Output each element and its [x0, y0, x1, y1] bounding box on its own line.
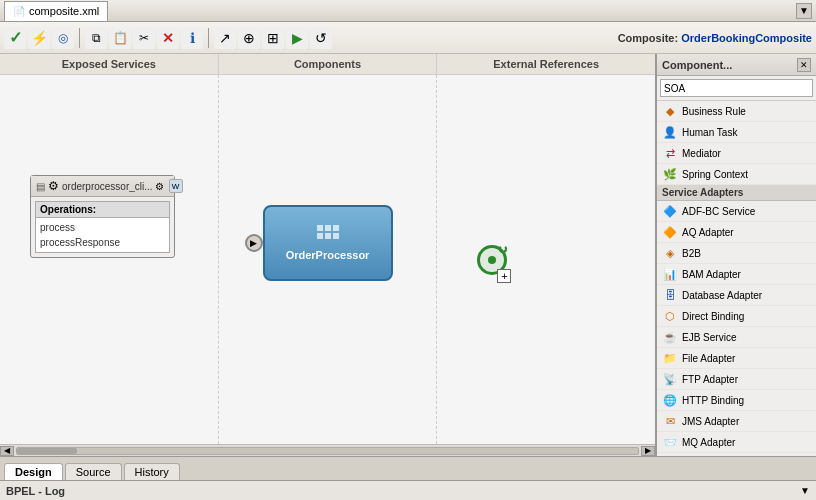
composite-label: Composite: OrderBookingComposite: [618, 32, 812, 44]
ejb-service-icon: ☕: [662, 329, 678, 345]
grid-button[interactable]: ⊞: [262, 27, 284, 49]
palette-item-label: HTTP Binding: [682, 395, 744, 406]
canvas-scrollbar[interactable]: ◀ ▶: [0, 444, 655, 456]
aq-adapter-icon: 🔶: [662, 224, 678, 240]
title-dropdown[interactable]: ▼: [796, 3, 812, 19]
palette-search-input[interactable]: [660, 79, 813, 97]
palette-item-mq-adapter[interactable]: 📨 MQ Adapter: [657, 432, 816, 453]
operations-box: Operations: process processResponse: [35, 201, 170, 253]
bpel-log-bar: BPEL - Log ▼: [0, 480, 816, 500]
palette-item-label: B2B: [682, 248, 701, 259]
order-processor-wrapper: ▶ OrderProcessor: [263, 205, 393, 281]
connector-spinner: [499, 245, 507, 253]
palette-item-oracle-applications[interactable]: O Oracle Applications: [657, 453, 816, 456]
palette-item-label: AQ Adapter: [682, 227, 734, 238]
exposed-services-header: Exposed Services: [0, 54, 219, 74]
palette-search-box: [657, 76, 816, 101]
bam-adapter-icon: 📊: [662, 266, 678, 282]
exposed-service-header: ▤ ⚙ orderprocessor_cli... ⚙ W: [31, 176, 174, 197]
external-references-panel: +: [437, 75, 655, 444]
service-adapters-header: Service Adapters: [657, 185, 816, 201]
palette-close-btn[interactable]: ✕: [797, 58, 811, 72]
operation-process: process: [40, 220, 165, 235]
external-references-header: External References: [437, 54, 655, 74]
spring-context-icon: 🌿: [662, 166, 678, 182]
exposed-service-icons: ⚙ W: [153, 179, 183, 193]
palette-item-label: FTP Adapter: [682, 374, 738, 385]
toolbar: ✓ ⚡ ◎ ⧉ 📋 ✂ ✕ ℹ ↗ ⊕ ⊞ ▶ ↺ Composite: Ord…: [0, 22, 816, 54]
palette-item-spring-context[interactable]: 🌿 Spring Context: [657, 164, 816, 185]
component-palette: Component... ✕ ◆ Business Rule 👤 Human T…: [656, 54, 816, 456]
wsdl-icon[interactable]: W: [169, 179, 183, 193]
processor-icon-grid: [317, 225, 339, 239]
refresh-button[interactable]: ↺: [310, 27, 332, 49]
deploy-button[interactable]: ▶: [286, 27, 308, 49]
jms-adapter-icon: ✉: [662, 413, 678, 429]
database-adapter-icon: 🗄: [662, 287, 678, 303]
mq-adapter-icon: 📨: [662, 434, 678, 450]
palette-item-ejb-service[interactable]: ☕ EJB Service: [657, 327, 816, 348]
palette-item-label: MQ Adapter: [682, 437, 735, 448]
business-rule-icon: ◆: [662, 103, 678, 119]
palette-item-file-adapter[interactable]: 📁 File Adapter: [657, 348, 816, 369]
external-connector[interactable]: +: [477, 245, 507, 275]
direct-binding-icon: ⬡: [662, 308, 678, 324]
operations-list: process processResponse: [36, 218, 169, 252]
http-binding-icon: 🌐: [662, 392, 678, 408]
cut-button[interactable]: ✂: [133, 27, 155, 49]
palette-item-label: Business Rule: [682, 106, 746, 117]
components-panel: ▶ OrderProcessor: [219, 75, 438, 444]
tab-source[interactable]: Source: [65, 463, 122, 480]
main-area: Exposed Services Components External Ref…: [0, 54, 816, 456]
paste-button[interactable]: 📋: [109, 27, 131, 49]
order-processor-box[interactable]: OrderProcessor: [263, 205, 393, 281]
svc-expand-icon: ▤: [36, 181, 45, 192]
palette-item-jms-adapter[interactable]: ✉ JMS Adapter: [657, 411, 816, 432]
palette-item-bam-adapter[interactable]: 📊 BAM Adapter: [657, 264, 816, 285]
palette-item-label: JMS Adapter: [682, 416, 739, 427]
tab-history[interactable]: History: [124, 463, 180, 480]
palette-list: ◆ Business Rule 👤 Human Task ⇄ Mediator …: [657, 101, 816, 456]
palette-item-aq-adapter[interactable]: 🔶 AQ Adapter: [657, 222, 816, 243]
palette-item-b2b[interactable]: ◈ B2B: [657, 243, 816, 264]
operations-label: Operations:: [36, 202, 169, 218]
info-button[interactable]: ℹ: [181, 27, 203, 49]
palette-item-http-binding[interactable]: 🌐 HTTP Binding: [657, 390, 816, 411]
edit-icon[interactable]: ⚙: [153, 179, 167, 193]
canvas-scroll-thumb[interactable]: [17, 448, 77, 454]
connect-button[interactable]: ⊕: [238, 27, 260, 49]
palette-item-adf-bc[interactable]: 🔷 ADF-BC Service: [657, 201, 816, 222]
canvas-scroll-track[interactable]: [16, 447, 639, 455]
bpel-log-close-btn[interactable]: ▼: [800, 485, 810, 496]
palette-title: Component...: [662, 59, 797, 71]
palette-item-human-task[interactable]: 👤 Human Task: [657, 122, 816, 143]
tab-design[interactable]: Design: [4, 463, 63, 480]
canvas-body: ▤ ⚙ orderprocessor_cli... ⚙ W Operations…: [0, 75, 655, 444]
exposed-service-title: orderprocessor_cli...: [62, 181, 153, 192]
b2b-icon: ◈: [662, 245, 678, 261]
validate-button[interactable]: ✓: [4, 27, 26, 49]
palette-item-label: Human Task: [682, 127, 737, 138]
toolbar-separator-2: [208, 28, 209, 48]
add-reference-button[interactable]: +: [497, 269, 511, 283]
palette-item-business-rule[interactable]: ◆ Business Rule: [657, 101, 816, 122]
copy-button[interactable]: ⧉: [85, 27, 107, 49]
scroll-right-btn[interactable]: ▶: [641, 446, 655, 456]
palette-item-label: Database Adapter: [682, 290, 762, 301]
palette-item-mediator[interactable]: ⇄ Mediator: [657, 143, 816, 164]
delete-button[interactable]: ✕: [157, 27, 179, 49]
run-button[interactable]: ⚡: [28, 27, 50, 49]
palette-item-direct-binding[interactable]: ⬡ Direct Binding: [657, 306, 816, 327]
ftp-adapter-icon: 📡: [662, 371, 678, 387]
palette-header: Component... ✕: [657, 54, 816, 76]
mediator-icon: ⇄: [662, 145, 678, 161]
debug-button[interactable]: ◎: [52, 27, 74, 49]
palette-item-ftp-adapter[interactable]: 📡 FTP Adapter: [657, 369, 816, 390]
components-header: Components: [219, 54, 438, 74]
scroll-left-btn[interactable]: ◀: [0, 446, 14, 456]
left-connector[interactable]: ▶: [245, 234, 263, 252]
file-tab[interactable]: 📄 composite.xml: [4, 1, 108, 21]
palette-item-database-adapter[interactable]: 🗄 Database Adapter: [657, 285, 816, 306]
arrow-button[interactable]: ↗: [214, 27, 236, 49]
exposed-service-box: ▤ ⚙ orderprocessor_cli... ⚙ W Operations…: [30, 175, 175, 258]
